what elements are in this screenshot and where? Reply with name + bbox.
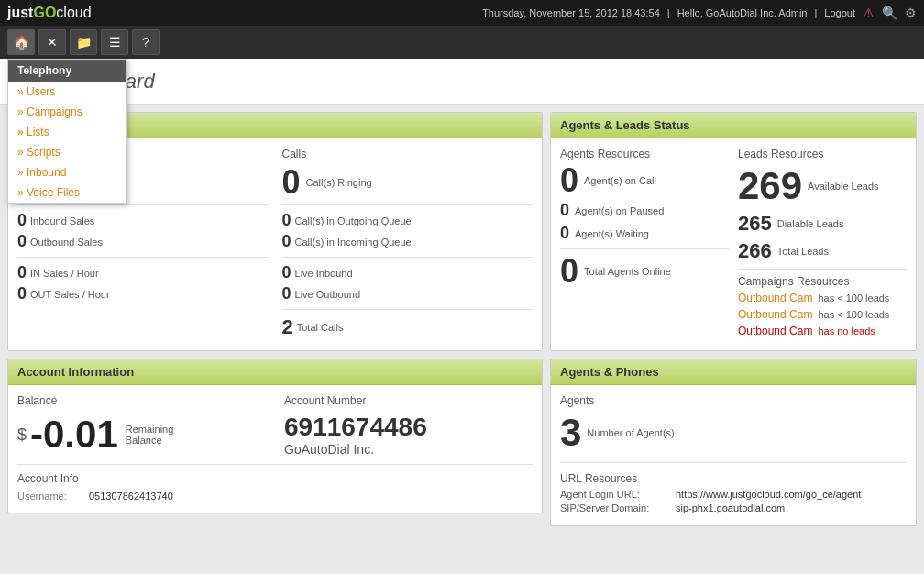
agents-leads-panel: Agents & Leads Status Agents Resources 0…	[550, 112, 917, 351]
out-sales-hour-num: 0	[17, 284, 27, 304]
menu-item-users[interactable]: » Users	[8, 82, 126, 102]
incoming-queue-label: Call(s) in Incoming Queue	[295, 237, 412, 248]
topbar-greeting: Hello, GoAutoDial Inc. Admin	[677, 7, 808, 18]
topbar-separator: |	[667, 7, 670, 18]
on-call-label: Agent(s) on Call	[584, 175, 656, 186]
live-inbound-label: Live Inbound	[295, 268, 353, 279]
incoming-queue-num: 0	[282, 232, 292, 251]
agents-phones-body: Agents 3 Number of Agent(s) URL Resource…	[551, 385, 916, 525]
total-leads-stat: 266 Total Leads	[738, 239, 907, 263]
outgoing-queue-row: 0 Call(s) in Outgoing Queue	[282, 211, 534, 230]
in-sales-hour-row: 0 IN Sales / Hour	[17, 263, 269, 282]
dialable-leads-stat: 265 Dialable Leads	[738, 212, 907, 236]
campaign-row-3: Outbound Cam has no leads	[738, 325, 907, 337]
total-calls-label: Total Calls	[297, 322, 344, 333]
account-name-value: GoAutoDial Inc.	[284, 442, 533, 457]
agent-login-url-label: Agent Login URL:	[560, 489, 670, 500]
live-outbound-label: Live Outbound	[295, 289, 361, 300]
agents-phones-panel: Agents & Phones Agents 3 Number of Agent…	[550, 359, 917, 526]
username-value: 051307862413740	[89, 491, 173, 502]
home-nav-btn[interactable]: 🏠	[7, 29, 35, 55]
agents-resources-section: Agents Resources 0 Agent(s) on Call 0 Ag…	[560, 148, 729, 341]
incoming-queue-row: 0 Call(s) in Incoming Queue	[282, 232, 534, 251]
username-row: Username: 051307862413740	[17, 491, 533, 502]
right-column: Agents & Leads Status Agents Resources 0…	[550, 112, 917, 526]
on-call-stat: 0 Agent(s) on Call	[560, 164, 729, 197]
sip-domain-label: SIP/Server Domain:	[560, 502, 670, 513]
live-inbound-num: 0	[282, 263, 292, 282]
logout-link[interactable]: Logout	[824, 7, 855, 18]
topbar-separator2: |	[814, 7, 817, 18]
agents-section-label: Agents	[560, 394, 907, 407]
balance-area: $ -0.01 Remaining Balance	[17, 413, 266, 457]
list-nav-btn[interactable]: ☰	[101, 29, 128, 55]
outbound-sales-num: 0	[17, 232, 27, 251]
dollar-sign: $	[17, 425, 27, 445]
outgoing-queue-num: 0	[282, 211, 292, 230]
navbar: 🏠 ✕ 📁 ☰ ? Telephony » Users » Campaigns …	[0, 26, 924, 59]
account-info-header: Account Information	[8, 359, 542, 385]
in-sales-hour-label: IN Sales / Hour	[30, 268, 99, 279]
agents-leads-columns: Agents Resources 0 Agent(s) on Call 0 Ag…	[560, 148, 907, 341]
settings-icon[interactable]: ⚙	[905, 6, 917, 20]
agent-login-url-row: Agent Login URL: https://www.justgocloud…	[560, 489, 907, 500]
campaign-link-1[interactable]: Outbound Cam	[738, 292, 812, 304]
calls-label: Calls	[282, 148, 534, 160]
menu-item-voice-files[interactable]: » Voice Files	[8, 182, 126, 203]
menu-item-inbound[interactable]: » Inbound	[8, 162, 126, 182]
outbound-sales-label: Outbound Sales	[30, 237, 103, 248]
total-leads-label: Total Leads	[777, 246, 829, 257]
main-content: Today's Status Sales 0 Total Sales 0 Inb…	[0, 105, 924, 534]
logo-just: just	[7, 5, 33, 21]
account-columns: Balance $ -0.01 Remaining Balance Accoun…	[17, 394, 533, 457]
campaign-link-3[interactable]: Outbound Cam	[738, 325, 812, 337]
agents-resources-label: Agents Resources	[560, 148, 729, 160]
remaining-balance-label: Remaining	[126, 424, 174, 435]
sip-domain-value: sip-phx1.goautodial.com	[676, 502, 785, 513]
calls-section: Calls 0 Call(s) Ringing 0 Call(s) in Out…	[269, 148, 534, 341]
account-number-label: Account Number	[284, 394, 533, 407]
agents-leads-body: Agents Resources 0 Agent(s) on Call 0 Ag…	[551, 138, 916, 350]
menu-item-scripts[interactable]: » Scripts	[8, 142, 126, 162]
ringing-row: 0 Call(s) Ringing	[282, 166, 534, 199]
remaining-balance-label2: Balance	[126, 435, 174, 446]
help-nav-btn[interactable]: ?	[132, 29, 160, 55]
leads-resources-label: Leads Resources	[738, 148, 907, 160]
on-paused-num: 0	[560, 201, 569, 220]
campaign-status-2: has < 100 leads	[818, 309, 889, 320]
agents-leads-header: Agents & Leads Status	[551, 113, 916, 138]
waiting-label: Agent(s) Waiting	[575, 228, 649, 239]
agents-count: 3	[560, 411, 581, 455]
close-nav-btn[interactable]: ✕	[38, 29, 66, 55]
on-paused-stat: 0 Agent(s) on Paused	[560, 201, 729, 220]
total-agents-stat: 0 Total Agents Online	[560, 255, 729, 288]
menu-item-campaigns[interactable]: » Campaigns	[8, 102, 126, 122]
waiting-num: 0	[560, 224, 569, 243]
campaign-link-2[interactable]: Outbound Cam	[738, 308, 812, 321]
dropdown-header: Telephony	[8, 60, 126, 82]
balance-label: Balance	[17, 394, 266, 407]
username-label: Username:	[17, 491, 82, 502]
campaign-row-2: Outbound Cam has < 100 leads	[738, 308, 907, 321]
logo: justGOcloud	[7, 5, 92, 21]
folder-nav-btn[interactable]: 📁	[70, 29, 97, 55]
agents-phones-header: Agents & Phones	[551, 359, 916, 385]
agent-login-url-value: https://www.justgocloud.com/go_ce/agent	[676, 489, 861, 500]
menu-item-lists[interactable]: » Lists	[8, 122, 126, 142]
account-number-value: 6911674486	[284, 413, 533, 442]
url-resources-label: URL Resources	[560, 472, 907, 485]
page-header: 🏠 Dashboard	[0, 59, 924, 105]
total-leads-num: 266	[738, 239, 772, 263]
inbound-sales-label: Inbound Sales	[30, 215, 94, 226]
account-info-body: Balance $ -0.01 Remaining Balance Accoun…	[8, 385, 542, 513]
on-call-num: 0	[560, 164, 578, 197]
campaign-status-1: has < 100 leads	[818, 293, 889, 304]
campaign-row-1: Outbound Cam has < 100 leads	[738, 292, 907, 304]
ringing-num: 0	[282, 166, 301, 199]
search-icon[interactable]: 🔍	[882, 6, 897, 20]
agents-count-label: Number of Agent(s)	[587, 427, 674, 438]
in-sales-hour-num: 0	[17, 263, 27, 282]
topbar-right: Thursday, November 15, 2012 18:43:54 | H…	[482, 6, 917, 20]
available-leads-stat: 269 Available Leads	[738, 164, 907, 208]
out-sales-hour-row: 0 OUT Sales / Hour	[17, 284, 269, 304]
